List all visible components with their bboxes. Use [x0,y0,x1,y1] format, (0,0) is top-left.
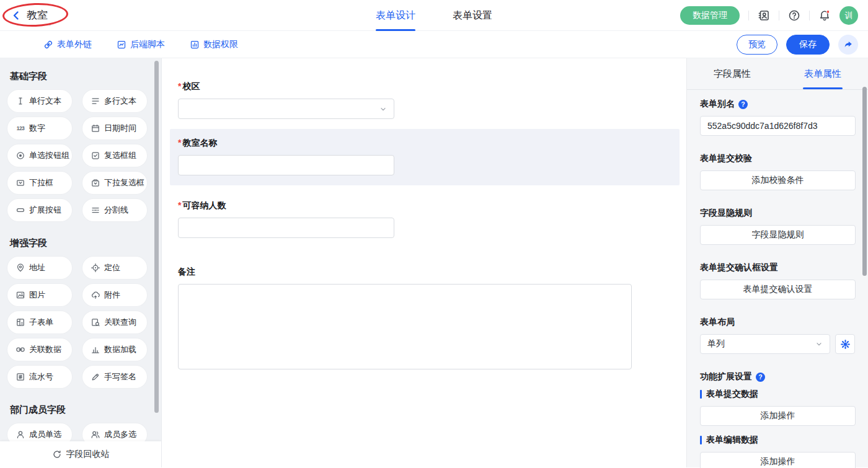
field-recycle-bin[interactable]: 字段回收站 [0,441,161,467]
back-group[interactable]: 教室 [0,0,48,30]
data-permission-button[interactable]: 数据权限 [190,39,238,50]
panel-scrollbar[interactable] [862,87,867,276]
recycle-icon [52,449,62,459]
field-label: 教室名称 [182,138,217,148]
field-item-checkbox-group[interactable]: 复选框组 [82,144,147,167]
capacity-input[interactable] [178,218,394,238]
multiline-text-icon [91,96,100,106]
add-validation-button[interactable]: 添加校验条件 [700,170,856,190]
divider [809,11,810,20]
field-item-single-line-text[interactable]: 单行文本 [7,90,72,112]
panel-body: 表单别名 ? 表单提交校验 添加校验条件 字段显隐规则 字段显隐规则 表单提交确… [687,90,868,468]
section-title-member-fields: 部门成员字段 [10,404,161,416]
edit-data-title: 表单编辑数据 [700,435,855,446]
field-visibility-title: 字段显隐规则 [700,208,855,219]
field-item-serial-number[interactable]: 流水号 [7,366,72,388]
header-actions: 数据管理 训 [680,0,858,31]
field-item-subform[interactable]: 子表单 [7,311,72,333]
required-asterisk: * [178,200,181,210]
share-button[interactable] [838,35,858,55]
field-item-multi-dropdown[interactable]: 下拉复选框 [82,172,147,194]
signature-icon [91,372,100,382]
field-item-signature[interactable]: 手写签名 [82,366,147,388]
bar-chart-icon [91,345,100,355]
data-manage-button[interactable]: 数据管理 [680,6,740,25]
properties-panel: 字段属性 表单属性 表单别名 ? 表单提交校验 添加校验条件 字段显隐规则 字段… [686,58,868,467]
required-asterisk: * [178,138,181,148]
sidebar-scrollbar[interactable] [154,61,159,413]
question-badge-icon[interactable]: ? [756,373,765,382]
save-button[interactable]: 保存 [786,35,830,55]
external-link-button[interactable]: 表单外链 [43,39,92,50]
tab-field-properties[interactable]: 字段属性 [687,58,777,89]
canvas-field-capacity[interactable]: *可容纳人数 [170,192,680,248]
campus-select[interactable] [178,99,394,119]
required-asterisk: * [178,81,181,91]
remark-textarea[interactable] [178,284,632,369]
form-layout-row: 单列 [700,334,855,354]
field-item-linked-data[interactable]: 关联数据 [7,338,72,361]
field-item-lookup-query[interactable]: 关联查询 [82,311,147,333]
gear-icon [840,339,851,350]
field-item-address[interactable]: 地址 [7,257,72,279]
field-item-attachment[interactable]: 附件 [82,284,147,306]
back-chevron-icon[interactable] [11,11,21,20]
edit-data-add-button[interactable]: 添加操作 [700,452,856,468]
number-123-icon: 123 [16,123,25,133]
page-title: 教室 [27,8,48,22]
field-item-datetime[interactable]: 日期时间 [82,117,147,139]
text-cursor-icon [16,96,25,106]
submit-confirm-button[interactable]: 表单提交确认设置 [700,280,856,299]
submit-data-title: 表单提交数据 [700,389,855,400]
field-item-image[interactable]: 图片 [7,284,72,306]
divider-icon [91,205,100,215]
enhanced-fields-grid: 地址 定位 图片 附件 子表单 关联查询 关联数据 数据加载 流水号 手写签名 [7,257,161,388]
bell-icon[interactable] [818,9,831,22]
field-item-divider[interactable]: 分割线 [82,199,147,221]
layout-settings-button[interactable] [835,334,855,354]
address-book-icon[interactable] [758,9,770,22]
field-label: 备注 [178,267,195,276]
canvas-field-remark[interactable]: 备注 [170,258,680,379]
panel-tabs: 字段属性 表单属性 [687,58,868,90]
title-dashed-underline [24,25,51,25]
field-item-data-load[interactable]: 数据加载 [82,338,147,361]
tab-form-settings[interactable]: 表单设置 [451,0,494,31]
tab-form-properties[interactable]: 表单属性 [777,58,868,89]
question-badge-icon[interactable]: ? [738,100,748,109]
form-alias-input[interactable] [700,116,856,136]
section-title-enhanced-fields: 增强字段 [10,237,161,249]
blue-bar [700,390,702,399]
form-toolbar: 表单外链 后端脚本 数据权限 预览 保存 [0,31,868,58]
field-item-extend-button[interactable]: 扩展按钮 [7,199,72,221]
script-icon [117,40,126,50]
form-layout-title: 表单布局 [700,317,855,328]
layout-select[interactable]: 单列 [700,334,830,354]
field-palette-sidebar: 基础字段 单行文本 多行文本 123数字 日期时间 单选按钮组 复选框组 下拉框… [0,58,162,467]
tab-form-design[interactable]: 表单设计 [374,0,417,31]
active-tab-underline [376,29,415,31]
backend-script-button[interactable]: 后端脚本 [117,39,165,50]
field-item-multi-line-text[interactable]: 多行文本 [82,90,147,112]
image-icon [16,290,25,300]
data-permission-icon [190,40,200,50]
field-visibility-button[interactable]: 字段显隐规则 [700,225,856,245]
field-item-radio-group[interactable]: 单选按钮组 [7,144,72,167]
divider [779,11,779,20]
canvas-field-classroom-name[interactable]: *教室名称 [170,129,680,185]
toolbar-links: 表单外链 后端脚本 数据权限 [10,39,238,50]
field-item-location[interactable]: 定位 [82,257,147,279]
preview-button[interactable]: 预览 [737,35,777,55]
member-single-icon [16,430,25,439]
avatar[interactable]: 训 [839,6,858,25]
map-pin-icon [16,263,25,273]
submit-data-add-button[interactable]: 添加操作 [700,406,856,426]
canvas-field-campus[interactable]: *校区 [170,73,680,129]
section-title-basic-fields: 基础字段 [10,71,161,82]
extension-settings-title: 功能扩展设置 ? [700,371,855,382]
blue-bar [700,436,702,444]
field-item-dropdown[interactable]: 下拉框 [7,172,72,194]
help-icon[interactable] [788,9,800,22]
field-item-number[interactable]: 123数字 [7,117,72,139]
classroom-name-input[interactable] [178,155,394,175]
